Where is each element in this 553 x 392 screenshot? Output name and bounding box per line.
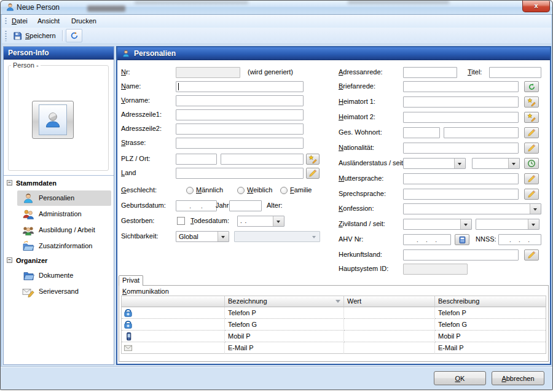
chevron-down-icon[interactable]	[460, 219, 471, 229]
maennlich-radio-label[interactable]: Männlich	[196, 186, 223, 194]
sprechsprache-edit-button[interactable]	[524, 189, 539, 200]
photo-button[interactable]	[32, 101, 74, 139]
adressanrede-input[interactable]	[403, 67, 457, 78]
table-cell-wert[interactable]	[344, 307, 435, 319]
chevron-down-icon[interactable]	[454, 159, 465, 168]
table-row-icon-cell[interactable]	[122, 307, 225, 319]
sidebar-item-dokumente[interactable]: Dokumente	[4, 268, 115, 284]
table-cell-beschreibung[interactable]: E-Mail P	[435, 342, 546, 354]
table-cell-wert[interactable]	[344, 331, 435, 342]
heimatort2-lookup-button[interactable]	[524, 112, 539, 123]
folder-arrow-icon	[22, 240, 34, 253]
heimatort1-input[interactable]	[403, 96, 519, 108]
muttersprache-input[interactable]	[403, 173, 519, 184]
herkunftsland-edit-button[interactable]	[524, 249, 539, 261]
name-input[interactable]	[176, 81, 304, 92]
title-bar[interactable]: Neue Person x	[1, 1, 552, 15]
sichtbarkeit-combo[interactable]: Global	[176, 231, 229, 242]
ahv-calculator-button[interactable]	[455, 234, 469, 245]
collapse-icon[interactable]: −	[7, 257, 12, 263]
land-input[interactable]	[176, 168, 304, 179]
cancel-button[interactable]: Abbrechen	[492, 371, 544, 385]
konfession-combo[interactable]	[403, 203, 541, 214]
chevron-down-icon[interactable]	[273, 216, 284, 226]
table-cell-beschreibung[interactable]: Mobil P	[435, 331, 546, 342]
save-button[interactable]: Speichern	[8, 29, 61, 42]
chevron-down-icon[interactable]	[218, 232, 229, 241]
sidebar-item-personalien[interactable]: Personalien	[4, 190, 115, 206]
zivilstand-combo[interactable]	[403, 219, 472, 230]
wert-column-header[interactable]: Wert	[344, 296, 435, 307]
heimatort2-input[interactable]	[403, 112, 519, 123]
pencil-icon	[308, 169, 317, 178]
muttersprache-edit-button[interactable]	[524, 173, 539, 184]
geburtsdatum-input[interactable]	[176, 200, 217, 211]
sidebar-item-administration[interactable]: Administration	[4, 206, 115, 222]
weiblich-radio-label[interactable]: Weiblich	[247, 186, 272, 194]
collapse-icon[interactable]: −	[7, 180, 12, 186]
table-cell-wert[interactable]	[344, 319, 435, 331]
table-cell-bezeichnung[interactable]: Telefon P	[225, 307, 344, 319]
auslaenderstatus-history-button[interactable]	[524, 158, 539, 169]
sidebar-header: Person-Info	[4, 47, 114, 60]
zivilstand-seit-combo[interactable]	[476, 219, 539, 230]
chevron-down-icon[interactable]	[508, 159, 519, 168]
plz-lookup-button[interactable]	[306, 154, 320, 165]
table-cell-beschreibung[interactable]: Telefon G	[435, 319, 546, 331]
plz-input[interactable]	[176, 154, 217, 165]
table-row-icon-cell[interactable]	[122, 319, 225, 331]
weiblich-radio[interactable]	[237, 187, 245, 194]
briefanrede-input[interactable]	[403, 81, 519, 92]
table-row-icon-cell[interactable]	[122, 342, 225, 354]
table-cell-wert[interactable]	[344, 342, 435, 354]
auslaenderstatus-combo[interactable]	[403, 158, 466, 169]
icon-column-header[interactable]	[122, 296, 225, 307]
todesdatum-combo[interactable]: . .	[237, 216, 284, 227]
familie-radio-label[interactable]: Familie	[290, 186, 312, 194]
beschreibung-column-header[interactable]: Beschreibung	[435, 296, 546, 307]
land-edit-button[interactable]	[306, 168, 320, 179]
nationalitaet-input[interactable]	[403, 143, 519, 154]
table-cell-beschreibung[interactable]: Telefon P	[435, 307, 546, 319]
familie-radio[interactable]	[280, 187, 288, 194]
menu-drucken[interactable]: Drucken	[68, 16, 100, 26]
people-icon	[22, 208, 34, 221]
ort-input[interactable]	[221, 154, 304, 165]
herkunftsland-input[interactable]	[403, 249, 519, 261]
nationalitaet-edit-button[interactable]	[524, 143, 539, 154]
refresh-button[interactable]	[66, 29, 82, 42]
table-cell-bezeichnung[interactable]: E-Mail P	[225, 342, 344, 354]
sidebar-item-zusatzinformation[interactable]: Zusatzinformation	[4, 238, 115, 254]
cancel-button-label: Abbrechen	[501, 375, 534, 382]
auslaenderstatus-seit-combo[interactable]	[472, 158, 520, 169]
chevron-down-icon[interactable]	[528, 219, 539, 229]
sidebar-item-serieversand[interactable]: Serieversand	[4, 284, 115, 300]
close-button[interactable]: x	[522, 1, 550, 12]
ok-button[interactable]: OK	[434, 371, 486, 385]
ges-wohnort-ort-input[interactable]	[444, 127, 519, 138]
menu-datei[interactable]: Datei	[8, 16, 31, 26]
gestorben-checkbox[interactable]	[177, 217, 185, 225]
ges-wohnort-edit-button[interactable]	[524, 127, 539, 138]
table-cell-bezeichnung[interactable]: Mobil P	[225, 331, 344, 342]
adresszeile2-input[interactable]	[176, 123, 304, 135]
heimatort1-lookup-button[interactable]	[524, 96, 539, 108]
sprechsprache-input[interactable]	[403, 189, 519, 200]
chevron-down-icon[interactable]	[530, 204, 541, 214]
menu-ansicht[interactable]: Ansicht	[34, 16, 63, 26]
bezeichnung-column-header[interactable]: Bezeichnung	[225, 296, 344, 307]
table-row-icon-cell[interactable]	[122, 331, 225, 342]
vorname-input[interactable]	[176, 95, 304, 106]
nnss-input[interactable]	[498, 234, 541, 245]
sidebar-item-ausbildung[interactable]: Ausbildung / Arbeit	[4, 222, 115, 238]
titel-input[interactable]	[489, 67, 541, 78]
tab-privat[interactable]: Privat	[119, 275, 143, 286]
maennlich-radio[interactable]	[186, 187, 194, 194]
table-cell-bezeichnung[interactable]: Telefon G	[225, 319, 344, 331]
strasse-input[interactable]	[176, 138, 304, 149]
jahr-input[interactable]	[229, 200, 262, 211]
ahv-input[interactable]	[403, 234, 451, 245]
briefanrede-refresh-button[interactable]	[524, 81, 539, 92]
ges-wohnort-plz-input[interactable]	[403, 127, 440, 138]
adresszeile1-input[interactable]	[176, 109, 304, 120]
